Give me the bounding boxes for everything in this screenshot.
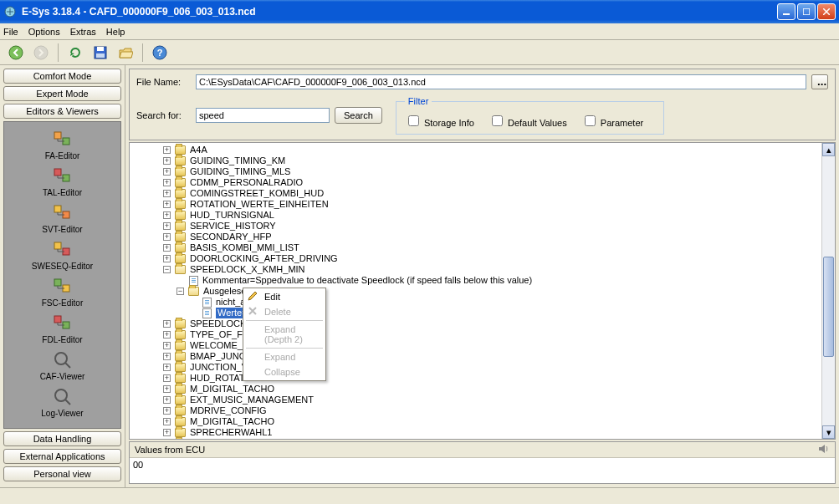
expand-icon[interactable]: − bbox=[176, 288, 184, 295]
minimize-button[interactable] bbox=[777, 3, 796, 20]
expand-icon[interactable]: + bbox=[163, 168, 171, 176]
expand-icon[interactable]: + bbox=[163, 407, 171, 415]
expand-icon[interactable]: + bbox=[163, 320, 171, 328]
tree-node[interactable]: +MDRIVE_CONFIG bbox=[163, 405, 821, 416]
tree-node[interactable]: +DOORLOCKING_AFTER_DRIVING bbox=[163, 253, 821, 264]
expand-icon[interactable]: − bbox=[163, 266, 171, 273]
sidebar-item-sweseq-editor[interactable]: SWESEQ-Editor bbox=[8, 237, 117, 272]
search-button[interactable]: Search bbox=[335, 107, 382, 124]
menubar: File Options Extras Help bbox=[0, 23, 839, 40]
expand-icon[interactable]: + bbox=[163, 157, 171, 165]
folder-icon bbox=[175, 417, 186, 426]
tree-node[interactable]: +BASIS_KOMBI_MMI_LIST bbox=[163, 242, 821, 253]
filename-label: File Name: bbox=[136, 77, 191, 87]
expand-icon[interactable]: + bbox=[163, 146, 171, 154]
expand-icon[interactable]: + bbox=[163, 201, 171, 208]
comfort-mode-button[interactable]: Comfort Mode bbox=[3, 69, 121, 84]
toolbar: ? bbox=[0, 40, 839, 65]
tree-label: SERVICE_HISTORY bbox=[190, 221, 276, 232]
tree-node[interactable]: +ROTATION_WERTE_EINHEITEN bbox=[163, 199, 821, 210]
tree-node[interactable]: +COMINGSTREET_KOMBI_HUD bbox=[163, 188, 821, 199]
personal-view-button[interactable]: Personal view bbox=[3, 466, 121, 481]
filter-legend: Filter bbox=[405, 96, 432, 106]
tree-label: GUIDING_TIMING_MLS bbox=[190, 166, 290, 177]
menu-extras[interactable]: Extras bbox=[70, 27, 96, 37]
tree[interactable]: +A4A+GUIDING_TIMING_KM+GUIDING_TIMING_ML… bbox=[130, 143, 821, 439]
vertical-scrollbar[interactable]: ▴ ▾ bbox=[821, 143, 835, 439]
sidebar-item-caf-viewer[interactable]: CAF-Viewer bbox=[8, 348, 117, 383]
tree-node[interactable]: +SECONDARY_HFP bbox=[163, 232, 821, 242]
refresh-button[interactable] bbox=[64, 42, 86, 64]
tree-node[interactable]: +SERVICE_HISTORY bbox=[163, 221, 821, 232]
folder-icon bbox=[175, 395, 186, 405]
sidebar-item-label: Log-Viewer bbox=[41, 409, 83, 418]
tree-node[interactable]: −SPEEDLOCK_X_KMH_MIN bbox=[163, 264, 821, 275]
tree-node[interactable]: +SPRECHERWAHL1 bbox=[163, 427, 821, 438]
editors-viewers-button[interactable]: Editors & Viewers bbox=[3, 104, 121, 119]
folder-icon bbox=[175, 145, 186, 155]
tree-node[interactable]: Kommentar=Sppedvalue to deactivate Speed… bbox=[163, 275, 821, 286]
expand-icon[interactable]: + bbox=[163, 190, 171, 197]
values-body: 00 bbox=[130, 458, 835, 483]
scroll-thumb[interactable] bbox=[823, 257, 834, 357]
browse-button[interactable]: ... bbox=[811, 74, 828, 89]
sidebar-item-log-viewer[interactable]: Log-Viewer bbox=[8, 384, 117, 420]
tree-node[interactable]: +A4A bbox=[163, 145, 821, 155]
sidebar-item-tal-editor[interactable]: TAL-Editor bbox=[8, 164, 117, 199]
search-field[interactable] bbox=[196, 108, 330, 123]
filter-parameter[interactable]: Parameter bbox=[581, 118, 643, 128]
expand-icon[interactable]: + bbox=[163, 222, 171, 230]
expand-icon[interactable]: + bbox=[163, 331, 171, 339]
folder-icon bbox=[175, 243, 186, 252]
external-apps-button[interactable]: External Applications bbox=[3, 449, 121, 464]
tree-node[interactable]: +HUD_TURNSIGNAL bbox=[163, 210, 821, 221]
save-button[interactable] bbox=[90, 42, 111, 64]
expand-icon[interactable]: + bbox=[163, 418, 171, 425]
menu-help[interactable]: Help bbox=[106, 27, 125, 37]
expand-icon[interactable]: + bbox=[163, 364, 171, 371]
forward-button[interactable] bbox=[30, 42, 52, 64]
tree-node[interactable]: +GUIDING_TIMING_MLS bbox=[163, 166, 821, 177]
expand-icon[interactable]: + bbox=[163, 211, 171, 219]
tree-node[interactable]: +GUIDING_TIMING_KM bbox=[163, 155, 821, 166]
sidebar-item-fa-editor[interactable]: FA-Editor bbox=[8, 127, 117, 162]
tree-node[interactable]: +M_DIGITAL_TACHO bbox=[163, 384, 821, 395]
menu-options[interactable]: Options bbox=[28, 27, 60, 37]
filename-field[interactable] bbox=[196, 74, 806, 89]
svg-rect-18 bbox=[54, 279, 61, 286]
close-button[interactable] bbox=[817, 3, 836, 20]
expand-icon[interactable]: + bbox=[163, 342, 171, 349]
help-button[interactable]: ? bbox=[149, 42, 171, 64]
tree-node[interactable]: +EXT_MUSIC_MANAGEMENT bbox=[163, 395, 821, 405]
filter-default[interactable]: Default Values bbox=[489, 118, 567, 128]
tree-label: SECONDARY_HFP bbox=[190, 232, 272, 242]
open-button[interactable] bbox=[115, 42, 136, 64]
maximize-button[interactable] bbox=[797, 3, 816, 20]
scroll-up-button[interactable]: ▴ bbox=[822, 143, 835, 156]
tree-label: COMINGSTREET_KOMBI_HUD bbox=[190, 188, 324, 199]
expand-icon[interactable]: + bbox=[163, 179, 171, 186]
sidebar-item-fsc-editor[interactable]: FSC-Editor bbox=[8, 274, 117, 309]
tree-node[interactable]: +M_DIGITAL_TACHO bbox=[163, 416, 821, 427]
expand-icon[interactable]: + bbox=[163, 255, 171, 262]
back-button[interactable] bbox=[5, 42, 27, 64]
expand-icon[interactable]: + bbox=[163, 244, 171, 252]
tree-node[interactable]: +SPRECHERWAHL2 bbox=[163, 438, 821, 439]
scroll-down-button[interactable]: ▾ bbox=[822, 425, 835, 439]
menu-file[interactable]: File bbox=[3, 27, 18, 37]
sidebar-item-fdl-editor[interactable]: FDL-Editor bbox=[8, 311, 117, 346]
sidebar-item-svt-editor[interactable]: SVT-Editor bbox=[8, 201, 117, 236]
expand-icon[interactable]: + bbox=[163, 233, 171, 241]
expert-mode-button[interactable]: Expert Mode bbox=[3, 86, 121, 101]
filter-storage[interactable]: Storage Info bbox=[405, 118, 474, 128]
expand-icon[interactable]: + bbox=[163, 429, 171, 436]
tree-node[interactable]: +CDMM_PERSONALRADIO bbox=[163, 177, 821, 188]
speaker-icon[interactable] bbox=[818, 444, 830, 456]
expand-icon[interactable]: + bbox=[163, 396, 171, 404]
sidebar-item-label: SWESEQ-Editor bbox=[32, 262, 93, 271]
expand-icon[interactable]: + bbox=[163, 353, 171, 360]
expand-icon[interactable]: + bbox=[163, 385, 171, 393]
expand-icon[interactable]: + bbox=[163, 374, 171, 382]
ctx-edit[interactable]: Edit bbox=[244, 289, 325, 304]
data-handling-button[interactable]: Data Handling bbox=[3, 431, 121, 446]
